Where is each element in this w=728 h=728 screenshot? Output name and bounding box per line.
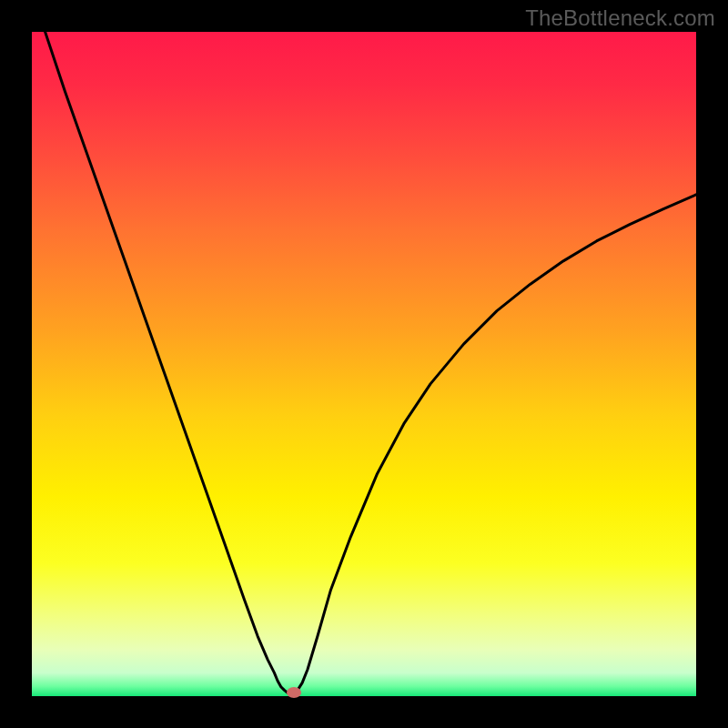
optimal-point-marker (287, 687, 301, 698)
chart-frame: TheBottleneck.com (0, 0, 728, 728)
gradient-background (32, 32, 696, 696)
watermark-text: TheBottleneck.com (525, 5, 715, 31)
chart-plot (32, 32, 696, 696)
